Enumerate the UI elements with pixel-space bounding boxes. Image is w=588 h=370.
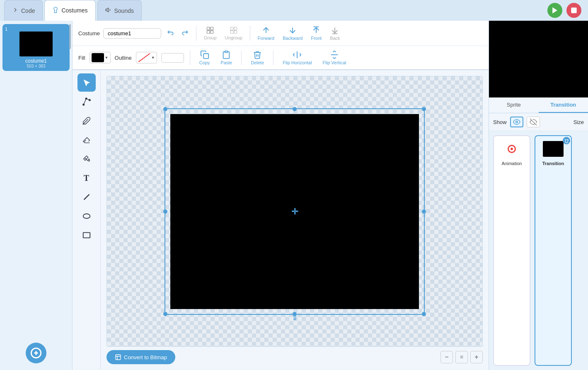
svg-point-16 xyxy=(82,104,84,106)
tab-sounds-label: Sounds xyxy=(114,7,134,14)
outline-swatch-container[interactable]: ▼ xyxy=(136,52,157,63)
svg-point-22 xyxy=(83,214,90,219)
zoom-out-button[interactable]: − xyxy=(440,351,453,363)
show-label: Show xyxy=(493,119,507,125)
handle-bl xyxy=(163,312,167,316)
tab-code-label: Code xyxy=(21,7,35,14)
ungroup-button[interactable]: Ungroup xyxy=(223,24,245,42)
convert-to-bitmap-button[interactable]: Convert to Bitmap xyxy=(106,350,175,364)
ellipse-tool[interactable] xyxy=(77,207,96,225)
transition-card-label: Transition xyxy=(542,161,564,166)
svg-point-17 xyxy=(85,98,87,100)
outline-dropdown-arrow: ▼ xyxy=(151,56,155,60)
costume-label: Costume xyxy=(78,30,100,37)
canvas-wrapper[interactable]: ✛ ⇕ xyxy=(106,76,483,347)
tab-costumes-label: Costumes xyxy=(61,7,87,14)
svg-line-19 xyxy=(82,119,88,124)
svg-rect-7 xyxy=(211,31,213,34)
line-tool[interactable] xyxy=(77,188,96,206)
handle-tr xyxy=(422,107,426,111)
tab-transition[interactable]: Transition xyxy=(539,97,588,113)
fill-dropdown-arrow: ▼ xyxy=(105,56,109,60)
handle-ml xyxy=(163,209,167,214)
outline-color-swatch xyxy=(138,53,150,62)
scale-handle-bottom[interactable]: ⇕ xyxy=(292,313,298,322)
fill-color-swatch xyxy=(92,53,104,62)
code-icon xyxy=(12,7,19,15)
svg-rect-4 xyxy=(207,27,210,30)
svg-marker-1 xyxy=(552,7,557,14)
paste-button[interactable]: Paste xyxy=(217,49,235,67)
costume-name: costume1 xyxy=(5,58,67,64)
svg-rect-15 xyxy=(225,51,228,53)
reshape-tool[interactable] xyxy=(77,92,96,111)
show-hidden-button[interactable] xyxy=(527,117,540,127)
svg-rect-11 xyxy=(234,31,237,34)
tab-code[interactable]: Code xyxy=(4,0,43,21)
fill-label: Fill xyxy=(78,55,85,61)
tab-costumes[interactable]: Costumes xyxy=(44,0,95,21)
outline-value-input[interactable]: 0 xyxy=(161,53,184,63)
front-button[interactable]: Front xyxy=(308,24,324,42)
costumes-icon xyxy=(52,7,59,15)
group-button[interactable]: Group xyxy=(201,24,219,42)
tab-sounds[interactable]: Sounds xyxy=(97,0,142,21)
animation-card-label: Animation xyxy=(502,161,522,166)
zoom-in-button[interactable]: + xyxy=(470,351,483,363)
svg-line-21 xyxy=(84,195,89,200)
svg-rect-8 xyxy=(230,27,233,30)
redo-button[interactable] xyxy=(179,27,191,40)
svg-point-25 xyxy=(515,121,518,123)
zoom-fit-button[interactable]: = xyxy=(455,351,468,363)
animation-card[interactable]: Animation xyxy=(493,135,530,366)
svg-rect-5 xyxy=(211,27,213,30)
stage-preview xyxy=(489,21,588,97)
size-label: Size xyxy=(573,119,584,125)
costume-number: 1 xyxy=(5,27,67,32)
fill-tool[interactable] xyxy=(77,150,96,168)
handle-br xyxy=(422,312,426,316)
costumes-panel: 1 costume1 503 × 383 xyxy=(0,21,73,370)
svg-rect-10 xyxy=(230,31,233,34)
svg-rect-9 xyxy=(234,27,237,30)
svg-rect-2 xyxy=(571,7,576,13)
costume-name-input[interactable] xyxy=(103,28,161,39)
tools-panel: T xyxy=(73,70,101,370)
run-button[interactable] xyxy=(547,3,562,18)
brush-tool[interactable] xyxy=(77,112,96,130)
svg-rect-14 xyxy=(203,54,208,58)
eraser-tool[interactable] xyxy=(77,131,96,149)
backward-button[interactable]: Backward xyxy=(280,24,305,42)
transition-card-delete[interactable] xyxy=(563,137,570,144)
forward-button[interactable]: Forward xyxy=(255,24,277,42)
svg-point-18 xyxy=(89,100,90,101)
costume-item-1[interactable]: 1 costume1 503 × 383 xyxy=(2,24,70,71)
rect-tool[interactable] xyxy=(77,226,96,244)
undo-button[interactable] xyxy=(165,27,176,40)
handle-tl xyxy=(163,107,167,111)
transition-card[interactable]: Transition xyxy=(535,135,572,366)
costume-preview xyxy=(19,32,53,56)
select-tool[interactable] xyxy=(77,73,96,92)
center-crosshair: ✛ xyxy=(291,207,298,217)
flip-horizontal-button[interactable]: Flip Horizontal xyxy=(279,49,315,67)
svg-rect-6 xyxy=(207,31,210,34)
outline-label: Outline xyxy=(115,55,132,61)
scroll-indicator xyxy=(69,24,71,49)
back-button[interactable]: Back xyxy=(327,24,342,42)
delete-button[interactable]: Delete xyxy=(247,49,267,67)
svg-rect-23 xyxy=(83,233,90,238)
fill-swatch-container[interactable]: ▼ xyxy=(90,52,111,63)
stop-button[interactable] xyxy=(566,3,581,18)
handle-mr xyxy=(422,209,426,214)
copy-button[interactable]: Copy xyxy=(196,49,213,67)
svg-rect-24 xyxy=(116,355,121,360)
svg-marker-0 xyxy=(106,8,108,12)
sounds-icon xyxy=(105,7,112,15)
tab-sprite[interactable]: Sprite xyxy=(489,97,539,113)
show-visible-button[interactable] xyxy=(510,117,523,127)
handle-tc xyxy=(293,107,297,111)
text-tool[interactable]: T xyxy=(77,169,96,187)
add-costume-button[interactable] xyxy=(26,343,46,363)
flip-vertical-button[interactable]: Flip Vertical xyxy=(319,49,350,67)
